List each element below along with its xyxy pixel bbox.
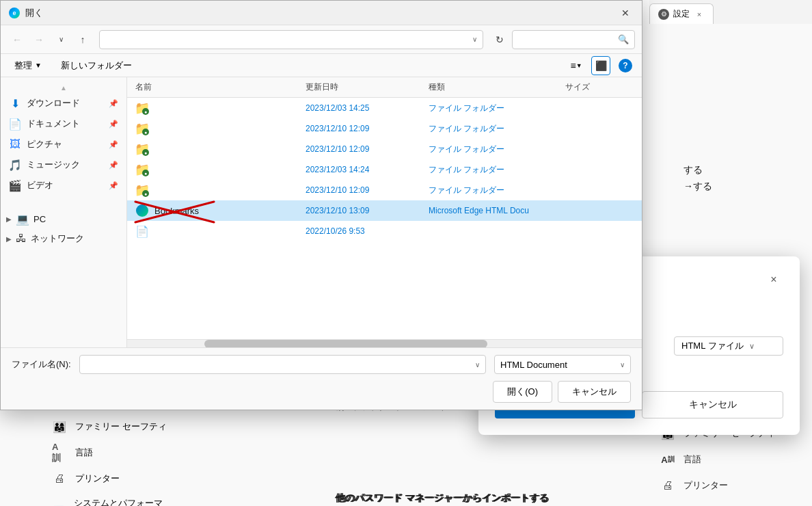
file-dialog-sidebar: ▲ ⬇ ダウンロード 📌 📄 ドキュメント 📌 🖼 ピクチャ 📌 🎵 ミュージッ… <box>1 77 127 347</box>
bookmarks-file-row[interactable]: Bookmarks 2023/12/10 13:09 Microsoft Edg… <box>127 200 642 221</box>
cancel-button[interactable]: キャンセル <box>558 381 631 403</box>
import-cancel-button[interactable]: キャンセル <box>642 391 783 418</box>
filetype-dropdown[interactable]: HTML Document ∨ <box>494 355 631 374</box>
col-size[interactable]: サイズ <box>565 81 634 93</box>
folder-icon-2: 📁 ● <box>135 142 149 156</box>
file-type-0: ファイル フォルダー <box>429 103 565 114</box>
do-text2: →する <box>684 181 810 193</box>
organize-button[interactable]: 整理 ▼ <box>8 57 49 75</box>
system-label-lower: システムとパフォーマンス <box>74 497 167 506</box>
sidebar-item-music[interactable]: 🎵 ミュージック 📌 <box>1 155 126 175</box>
pictures-icon: 🖼 <box>9 138 21 150</box>
col-name[interactable]: 名前 <box>135 81 306 93</box>
sidebar-tree-pc[interactable]: ▶ 💻 PC <box>1 209 126 229</box>
folder-badge-1: ● <box>142 129 149 135</box>
file-date-0: 2023/12/03 14:25 <box>306 103 429 113</box>
language-icon: A訓 <box>660 452 675 467</box>
file-type-3: ファイル フォルダー <box>429 164 565 176</box>
document-icon: 📄 <box>9 118 21 130</box>
settings-item-language-label: 言語 <box>684 453 701 466</box>
file-row[interactable]: 📁 ● 2023/12/10 12:09 ファイル フォルダー <box>127 139 642 159</box>
open-button[interactable]: 開く(O) <box>493 381 552 403</box>
sidebar-item-video[interactable]: 🎬 ビデオ 📌 <box>1 175 126 196</box>
search-bar[interactable]: 🔍 <box>512 30 635 49</box>
footer-filename-row: ファイル名(N): ∨ HTML Document ∨ <box>12 355 631 374</box>
file-row-name-0: 📁 ● <box>135 101 306 115</box>
sidebar-tree-network[interactable]: ▶ 🖧 ネットワーク <box>1 229 126 248</box>
folder-icon-1: 📁 ● <box>135 122 149 135</box>
up-button[interactable]: ↑ <box>73 30 92 49</box>
address-bar[interactable]: ∨ <box>99 30 483 49</box>
file-icon-6: 📄 <box>135 224 149 238</box>
new-folder-label: 新しいフォルダー <box>61 60 132 70</box>
new-folder-button[interactable]: 新しいフォルダー <box>54 57 139 75</box>
filename-chevron-icon: ∨ <box>475 361 480 369</box>
file-dialog-close-button[interactable]: ✕ <box>617 5 634 21</box>
do-text: する <box>684 164 810 176</box>
file-date-6: 2022/10/26 9:53 <box>306 226 429 236</box>
file-row[interactable]: 📄 2022/10/26 9:53 <box>127 221 642 241</box>
settings-item-printer-lower[interactable]: 🖨 プリンター <box>41 466 178 492</box>
file-row[interactable]: 📁 ● 2023/12/10 12:09 ファイル フォルダー <box>127 180 642 200</box>
import-dialog-close-button[interactable]: × <box>764 270 783 289</box>
col-type[interactable]: 種類 <box>429 81 565 93</box>
settings-item-family-lower[interactable]: 👨‍👩‍👧 ファミリー セーフティ <box>41 414 178 440</box>
video-pin-icon: 📌 <box>109 181 118 190</box>
file-list-area: 名前 更新日時 種類 サイズ 📁 ● 2023/12/03 14:25 ファイル… <box>127 77 642 347</box>
file-type-dropdown[interactable]: HTML ファイル ∨ <box>674 336 783 356</box>
settings-tab[interactable]: ⚙ 設定 × <box>649 3 714 24</box>
printer-icon: 🖨 <box>660 478 675 493</box>
settings-item-system[interactable]: 💻 システムとパフォーマンス <box>649 498 812 506</box>
view-list-button[interactable]: ≡ ▼ <box>567 56 586 75</box>
preview-pane-button[interactable]: ⬛ <box>591 56 610 75</box>
sidebar-music-label: ミュージック <box>27 159 80 171</box>
settings-item-printer[interactable]: 🖨 プリンター <box>649 472 812 498</box>
scrollbar-thumb[interactable] <box>204 340 487 347</box>
filename-input[interactable]: ∨ <box>79 355 486 374</box>
file-dialog-footer: ファイル名(N): ∨ HTML Document ∨ 開く(O) キャンセル <box>1 347 642 410</box>
refresh-button[interactable]: ↻ <box>490 30 509 49</box>
file-dialog-second-toolbar: 整理 ▼ 新しいフォルダー ≡ ▼ ⬛ ? <box>1 54 642 77</box>
scroll-up-indicator: ▲ <box>1 83 126 93</box>
pc-chevron-icon: ▶ <box>6 215 12 223</box>
file-type-1: ファイル フォルダー <box>429 123 565 135</box>
download-icon: ⬇ <box>9 97 21 109</box>
file-type-2: ファイル フォルダー <box>429 144 565 155</box>
family-label-lower: ファミリー セーフティ <box>75 421 167 433</box>
printer-icon-lower: 🖨 <box>52 471 67 486</box>
file-row[interactable]: 📁 ● 2023/12/03 14:24 ファイル フォルダー <box>127 159 642 180</box>
settings-item-language[interactable]: A訓 言語 <box>649 447 812 472</box>
file-date-1: 2023/12/10 12:09 <box>306 124 429 133</box>
file-row-name-2: 📁 ● <box>135 142 306 156</box>
horizontal-scrollbar[interactable] <box>127 339 642 347</box>
file-row[interactable]: 📁 ● 2023/12/03 14:25 ファイル フォルダー <box>127 98 642 118</box>
sidebar-item-documents[interactable]: 📄 ドキュメント 📌 <box>1 114 126 134</box>
settings-tab-close-button[interactable]: × <box>694 9 705 20</box>
view-list-icon: ≡ <box>570 60 576 71</box>
sidebar-item-pictures[interactable]: 🖼 ピクチャ 📌 <box>1 134 126 155</box>
folder-badge-3: ● <box>142 170 149 176</box>
col-date[interactable]: 更新日時 <box>306 81 429 93</box>
back-button[interactable]: ← <box>8 30 27 49</box>
file-row-name-1: 📁 ● <box>135 122 306 135</box>
music-icon: 🎵 <box>9 159 21 171</box>
help-button[interactable]: ? <box>616 56 635 75</box>
printer-label-lower: プリンター <box>75 472 120 485</box>
settings-tab-bar: ⚙ 設定 × <box>649 0 812 24</box>
edge-file-icon-5 <box>135 204 149 217</box>
sidebar-item-downloads[interactable]: ⬇ ダウンロード 📌 <box>1 93 126 114</box>
settings-item-printer-label: プリンター <box>684 479 728 492</box>
edge-file-icon-inner <box>136 204 148 217</box>
settings-item-language-lower[interactable]: A訓 言語 <box>41 440 178 466</box>
sidebar-pc-label: PC <box>33 214 46 224</box>
settings-item-system-lower[interactable]: 💻 システムとパフォーマンス <box>41 492 178 506</box>
file-row[interactable]: 📁 ● 2023/12/10 12:09 ファイル フォルダー <box>127 118 642 139</box>
forward-button[interactable]: → <box>29 30 49 49</box>
file-dialog-title-area: e 開く <box>9 7 43 19</box>
language-icon-lower: A訓 <box>52 445 67 460</box>
organize-label: 整理 <box>14 59 32 72</box>
dropdown-nav-button[interactable]: ∨ <box>51 30 70 49</box>
file-dialog-title-text: 開く <box>25 7 43 19</box>
settings-sidebar-lower: 👨‍👩‍👧 ファミリー セーフティ A訓 言語 🖨 プリンター 💻 システムとパ… <box>41 414 178 506</box>
bookmarks-filename: Bookmarks <box>154 206 199 216</box>
